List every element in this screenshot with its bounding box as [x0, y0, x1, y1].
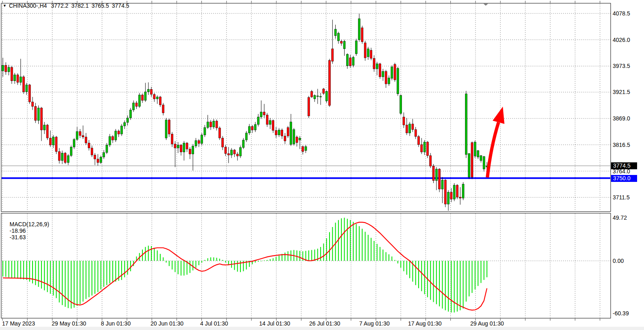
bear-candle	[135, 103, 138, 107]
bear-candle	[222, 138, 224, 147]
bear-candle	[251, 127, 253, 130]
bull-candle	[192, 146, 194, 154]
bull-candle	[441, 180, 443, 189]
bull-candle	[177, 145, 179, 148]
bull-candle	[388, 78, 390, 84]
price-axis-label: 3816.5	[613, 142, 630, 148]
bear-candle	[198, 140, 200, 143]
bull-candle	[376, 64, 378, 69]
bear-candle	[58, 151, 60, 160]
bull-candle	[100, 157, 102, 163]
bear-candle	[151, 90, 153, 94]
price-axis-label: 3711.5	[613, 194, 630, 201]
bear-candle	[186, 143, 188, 149]
bear-candle	[46, 125, 48, 138]
collapse-triangle-icon[interactable]: ▼	[3, 4, 7, 8]
macd-axis-label: 49.72	[613, 214, 627, 221]
time-axis-label: 8 Jun 01:30	[101, 320, 131, 327]
bull-candle	[299, 138, 301, 140]
price-pane[interactable]	[1, 3, 611, 212]
bear-candle	[349, 58, 351, 66]
bull-candle	[26, 85, 28, 92]
bull-candle	[465, 94, 467, 155]
bull-candle	[453, 185, 455, 199]
bull-candle	[352, 57, 354, 66]
bear-candle	[281, 130, 283, 136]
bear-candle	[168, 120, 170, 134]
bear-candle	[35, 107, 37, 121]
bear-candle	[234, 150, 236, 154]
chart-canvas[interactable]: 4078.54026.03973.53921.53869.03816.53764…	[0, 0, 644, 330]
bull-candle	[477, 151, 479, 157]
bull-candle	[14, 75, 16, 81]
price-axis-label: 4026.0	[613, 37, 630, 43]
bull-candle	[156, 97, 158, 99]
bull-candle	[474, 142, 476, 156]
bull-candle	[435, 169, 437, 181]
bull-candle	[115, 131, 117, 140]
bull-candle	[67, 155, 69, 162]
bear-candle	[266, 115, 268, 125]
bear-candle	[444, 180, 446, 204]
bear-candle	[456, 185, 458, 197]
bear-candle	[432, 166, 434, 181]
bull-candle	[127, 118, 129, 122]
macd-current-value: -18.96	[10, 227, 26, 234]
bear-candle	[418, 137, 420, 145]
bear-candle	[439, 169, 441, 189]
bear-candle	[415, 129, 417, 136]
bull-candle	[480, 155, 482, 160]
bear-candle	[421, 144, 423, 152]
bear-candle	[216, 121, 218, 128]
bear-candle	[296, 137, 298, 143]
bull-candle	[468, 153, 470, 177]
bear-candle	[174, 144, 176, 148]
bull-candle	[52, 137, 55, 145]
bear-candle	[361, 28, 363, 42]
bear-candle	[91, 148, 93, 155]
bear-candle	[162, 105, 164, 113]
bear-candle	[112, 137, 114, 140]
bull-candle	[269, 120, 271, 125]
bull-candle	[382, 71, 384, 77]
bull-candle	[355, 41, 357, 54]
bear-candle	[82, 135, 84, 137]
current-price-badge-text: 3774.5	[613, 162, 631, 169]
bear-candle	[227, 153, 229, 155]
bear-candle	[142, 95, 144, 101]
bull-candle	[317, 96, 319, 97]
bear-candle	[64, 153, 66, 162]
bull-candle	[257, 117, 259, 125]
bull-candle	[20, 77, 22, 83]
bull-candle	[147, 90, 149, 92]
bear-candle	[5, 66, 7, 72]
bear-candle	[49, 138, 51, 145]
bear-candle	[23, 77, 25, 92]
chart-title-bar: ▼ CHINA300-,H4 3772.2 3782.1 3765.5 3774…	[3, 2, 132, 9]
bull-candle	[367, 49, 369, 57]
bear-candle	[28, 85, 31, 102]
quote-open: 3772.2	[51, 2, 68, 9]
bull-candle	[204, 127, 206, 135]
bull-candle	[305, 146, 307, 151]
bear-candle	[17, 75, 19, 83]
macd-pane[interactable]	[1, 213, 611, 318]
bull-candle	[2, 66, 4, 71]
macd-signal-current-value: -31.63	[10, 234, 26, 240]
bull-candle	[106, 145, 108, 153]
bear-candle	[332, 49, 334, 61]
bull-candle	[260, 112, 262, 117]
price-axis-label: 3921.5	[613, 89, 630, 95]
time-axis-label: 29 Aug 01:30	[470, 320, 504, 327]
bear-candle	[341, 41, 343, 43]
bear-candle	[426, 142, 428, 155]
bull-candle	[462, 184, 464, 199]
macd-axis-label: -60.39	[613, 310, 629, 317]
bull-candle	[245, 133, 247, 140]
bear-candle	[406, 125, 408, 133]
quote-close: 3774.5	[112, 2, 129, 9]
bear-candle	[430, 155, 432, 166]
bear-candle	[171, 134, 173, 144]
bull-candle	[397, 68, 399, 94]
bull-candle	[231, 150, 233, 155]
